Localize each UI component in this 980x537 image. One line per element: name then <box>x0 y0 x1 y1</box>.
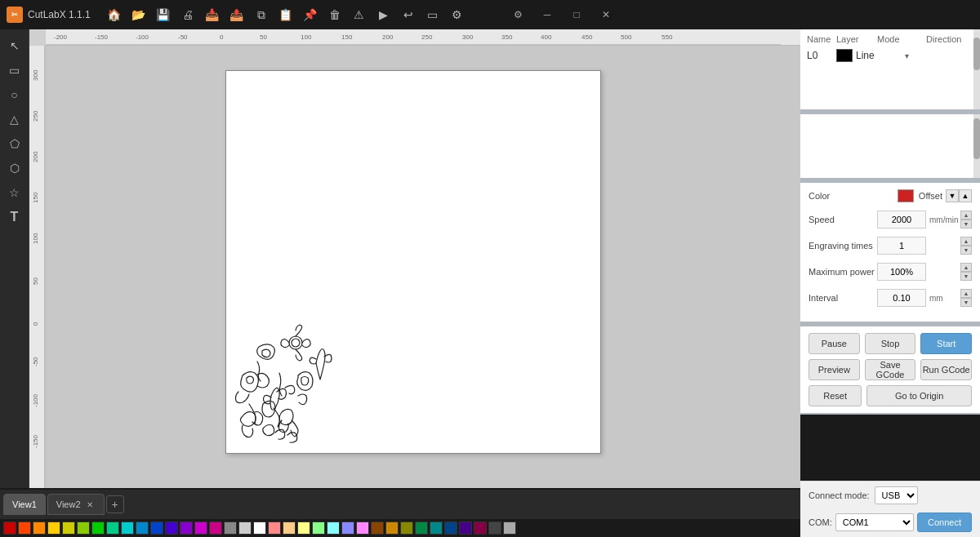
tool-circle[interactable]: ○ <box>3 83 26 106</box>
interval-input[interactable] <box>877 289 926 307</box>
palette-color-21[interactable] <box>312 521 325 535</box>
offset-up-btn[interactable]: ▲ <box>959 189 972 202</box>
toolbar-frame-btn[interactable]: ▭ <box>422 4 443 25</box>
speed-up-btn[interactable]: ▲ <box>960 211 972 220</box>
palette-color-25[interactable] <box>371 521 384 535</box>
maximize-btn[interactable]: □ <box>562 0 591 29</box>
palette-color-11[interactable] <box>165 521 178 535</box>
tool-pointer[interactable]: ↖ <box>3 34 26 57</box>
tool-polygon[interactable]: ⬠ <box>3 132 26 155</box>
palette-color-17[interactable] <box>253 521 266 535</box>
palette-color-6[interactable] <box>91 521 105 535</box>
palette-color-33[interactable] <box>488 521 501 535</box>
engrave-times-down-btn[interactable]: ▼ <box>960 246 972 255</box>
toolbar-export-btn[interactable]: 📤 <box>226 4 247 25</box>
canvas-bg[interactable] <box>46 46 800 488</box>
tool-text[interactable]: T <box>3 206 26 229</box>
start-btn[interactable]: Start <box>920 333 972 354</box>
close-btn[interactable]: ✕ <box>591 0 621 29</box>
interval-up-btn[interactable]: ▲ <box>960 289 972 298</box>
toolbar-paste-btn[interactable]: 📌 <box>300 4 321 25</box>
canvas-paper[interactable] <box>225 70 601 454</box>
palette-color-20[interactable] <box>297 521 310 535</box>
toolbar-undo-btn[interactable]: ↩ <box>398 4 419 25</box>
palette-color-26[interactable] <box>385 521 399 535</box>
palette-color-8[interactable] <box>121 521 134 535</box>
tab-view2[interactable]: View2 ✕ <box>47 494 105 515</box>
minimize-btn[interactable]: ─ <box>532 0 562 29</box>
save-gcode-btn[interactable]: Save GCode <box>865 359 916 380</box>
tab-view2-close[interactable]: ✕ <box>84 499 96 510</box>
palette-color-5[interactable] <box>77 521 90 535</box>
palette-color-9[interactable] <box>136 521 149 535</box>
palette-color-27[interactable] <box>400 521 413 535</box>
palette-color-19[interactable] <box>283 521 296 535</box>
palette-color-3[interactable] <box>47 521 60 535</box>
tab-add-btn[interactable]: + <box>106 495 124 513</box>
com-select[interactable]: COM1 <box>835 513 914 531</box>
layer-color-swatch[interactable] <box>836 49 853 62</box>
tool-triangle[interactable]: △ <box>3 108 26 131</box>
toolbar-delete-btn[interactable]: 🗑 <box>324 4 345 25</box>
palette-color-24[interactable] <box>356 521 369 535</box>
palette-color-13[interactable] <box>194 521 207 535</box>
palette-color-14[interactable] <box>209 521 222 535</box>
run-gcode-btn[interactable]: Run GCode <box>920 359 972 380</box>
properties-scrollbar[interactable] <box>973 29 980 109</box>
reset-btn[interactable]: Reset <box>808 385 862 406</box>
palette-color-30[interactable] <box>444 521 457 535</box>
toolbar-save-btn[interactable]: 💾 <box>153 4 174 25</box>
palette-color-22[interactable] <box>327 521 340 535</box>
palette-color-31[interactable] <box>459 521 472 535</box>
toolbar-settings-btn[interactable]: ⚙ <box>447 4 468 25</box>
settings-win-btn[interactable]: ⚙ <box>503 0 532 29</box>
palette-color-28[interactable] <box>415 521 428 535</box>
toolbar-duplicate-btn[interactable]: ⧉ <box>251 4 272 25</box>
layer-dropdown-arrow[interactable]: ▾ <box>905 51 909 60</box>
toolbar-print-btn[interactable]: 🖨 <box>177 4 198 25</box>
toolbar-import-btn[interactable]: 📥 <box>202 4 223 25</box>
engrave-times-input[interactable] <box>877 237 926 255</box>
interval-down-btn[interactable]: ▼ <box>960 298 972 307</box>
cut-layer-section: CutLayer <box>800 114 980 180</box>
max-power-down-btn[interactable]: ▼ <box>960 272 972 281</box>
palette-color-2[interactable] <box>33 521 46 535</box>
palette-color-29[interactable] <box>430 521 443 535</box>
speed-down-btn[interactable]: ▼ <box>960 220 972 229</box>
palette-color-7[interactable] <box>106 521 119 535</box>
stop-btn[interactable]: Stop <box>865 333 916 354</box>
tab-view1[interactable]: View1 <box>3 494 46 515</box>
go-to-origin-btn[interactable]: Go to Origin <box>866 385 972 406</box>
palette-color-16[interactable] <box>238 521 252 535</box>
offset-down-btn[interactable]: ▼ <box>946 189 959 202</box>
palette-color-23[interactable] <box>341 521 354 535</box>
palette-color-10[interactable] <box>150 521 163 535</box>
speed-input[interactable] <box>877 211 926 229</box>
toolbar-home-btn[interactable]: 🏠 <box>104 4 125 25</box>
connect-btn[interactable]: Connect <box>917 513 972 532</box>
engrave-times-up-btn[interactable]: ▲ <box>960 237 972 246</box>
max-power-up-btn[interactable]: ▲ <box>960 263 972 272</box>
toolbar-open-btn[interactable]: 📂 <box>128 4 149 25</box>
palette-color-34[interactable] <box>503 521 516 535</box>
connect-mode-select[interactable]: USB <box>875 486 918 504</box>
palette-color-0[interactable] <box>3 521 16 535</box>
palette-color-18[interactable] <box>268 521 281 535</box>
tool-rectangle[interactable]: ▭ <box>3 59 26 82</box>
toolbar-warning-btn[interactable]: ⚠ <box>349 4 370 25</box>
color-swatch[interactable] <box>898 189 914 202</box>
palette-color-15[interactable] <box>224 521 237 535</box>
engrave-settings-section: Color Offset ▼ ▲ Speed mm/min ▲ ▼ Engrav… <box>800 183 980 323</box>
max-power-input[interactable] <box>877 263 926 281</box>
preview-btn[interactable]: Preview <box>808 359 860 380</box>
palette-color-1[interactable] <box>18 521 31 535</box>
palette-color-4[interactable] <box>62 521 75 535</box>
palette-color-32[interactable] <box>474 521 487 535</box>
cut-layer-scrollbar[interactable] <box>973 114 980 178</box>
tool-star[interactable]: ☆ <box>3 181 26 204</box>
pause-btn[interactable]: Pause <box>808 333 860 354</box>
toolbar-copy-btn[interactable]: 📋 <box>275 4 296 25</box>
tool-hexagon[interactable]: ⬡ <box>3 157 26 180</box>
toolbar-play-btn[interactable]: ▶ <box>373 4 394 25</box>
palette-color-12[interactable] <box>180 521 193 535</box>
